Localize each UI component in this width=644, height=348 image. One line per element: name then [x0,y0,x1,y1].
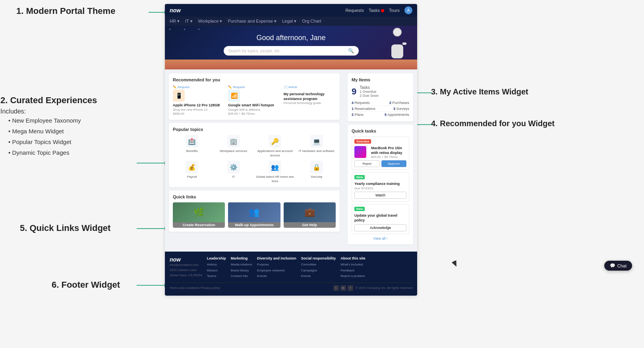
rec-item-3: 📄 Article My personal technology assista… [284,85,336,116]
quick-task-1: Overdue MacBook Pro 15in with retina dis… [352,137,409,170]
quick-task-3: New Update your global travel policy Ack… [352,204,409,234]
quick-links-widget: Quick links 🌿 Create Reservation 👥 Walk-… [169,190,340,232]
footer-col-about: About this site What's included Feedback… [340,256,366,279]
arrow-footer [137,285,165,286]
acknowledge-button[interactable]: Acknowledge [354,224,406,231]
popular-topics-title: Popular topics [173,127,336,132]
portal-left-col: Recommended for you ✏️ Request 📱 Apple i… [165,69,344,252]
my-items-row-3: 2 Plans 5 Appointments [352,112,409,117]
portal-footer: now info@acmetech.com 2323 Lawson Lane S… [165,252,417,295]
quick-links-title: Quick links [173,194,336,199]
watch-button[interactable]: Watch [354,192,406,199]
topic-global-hr: 👥 Global talent HR lorem two lines [256,161,294,183]
search-placeholder: Search for topics, people, etc. [228,49,281,53]
topic-benefits: 🏥 Benefits [173,135,211,158]
my-items-row-2: 1 Reservations 3 Surveys [352,106,409,112]
quick-link-walkup[interactable]: 👥 Walk-up Appointments [228,202,280,228]
bullet-list: • New Employee Taxonomy • Mega Menu Widg… [8,115,97,158]
view-all-link[interactable]: View all › [352,236,409,240]
hero-astronaut [385,28,409,60]
portal-screenshot: now Requests Tasks Tours A HR ▾ IT ▾ Wor… [165,4,417,296]
hero-greeting: Good afternoon, Jane [170,34,412,42]
astronaut-body [391,44,403,58]
portal-main: Recommended for you ✏️ Request 📱 Apple i… [165,69,417,252]
astronaut-head [393,28,402,37]
topic-security: 🔒 Security [298,161,336,183]
label-1: 1. Modern Portal Theme [16,6,115,16]
topic-it: ⚙️ IT [215,161,253,183]
arrow-1 [149,12,165,13]
approve-button[interactable]: Approve [381,160,407,167]
topic-applications: 🔑 Applications and account access [256,135,294,158]
quick-link-reservation[interactable]: 🌿 Create Reservation [173,202,225,228]
macbook-img [354,146,366,158]
chat-button[interactable]: 💬 Chat [604,261,632,271]
topics-grid: 🏥 Benefits 🏢 Workplace services 🔑 Applic… [173,135,336,183]
footer-col-marketing: Marketing Media relations Brand library … [231,256,252,279]
recommended-widget: Recommended for you ✏️ Request 📱 Apple i… [169,73,340,120]
recommended-title: Recommended for you [173,77,336,82]
rec-item-1: ✏️ Request 📱 Apple iPhone 12 Pro 128GB S… [173,85,225,116]
label-4: 4. Recommended for you Widget [431,119,555,128]
my-items-row-1: 4 Requests 2 Purchases [352,100,409,106]
topnav-right: Requests Tasks Tours A [345,6,412,14]
footer-col-social: Social responsibility Committee Campaign… [301,256,336,279]
cursor [453,261,458,268]
chat-icon: 💬 [610,263,615,268]
quick-tasks-widget: Quick tasks Overdue MacBook Pro 15in wit… [348,125,413,244]
reject-button[interactable]: Reject [354,160,380,167]
quick-links-grid: 🌿 Create Reservation 👥 Walk-up Appointme… [173,202,336,228]
search-icon: 🔍 [348,48,354,54]
portal-logo: now [170,7,181,13]
label-2: 2. Curated Experiences Includes: • New E… [0,95,97,158]
portal-hero: ✦ ✦ ✦ Good afternoon, Jane Search for to… [165,26,417,69]
hero-stars: ✦ ✦ ✦ [169,28,206,31]
twitter-icon: t [333,285,339,291]
my-items-main: 9 Tasks 1 Overdue 2 Due Soon [352,85,409,98]
portal-secnav: HR ▾ IT ▾ Workplace ▾ Purchase and Expen… [165,17,417,26]
facebook-icon: f [348,285,353,291]
footer-bottom: Terms and conditions Privacy policy t in… [170,283,412,291]
label-5: 5. Quick Links Widget [20,223,110,233]
quick-link-help[interactable]: 💼 Get Help [284,202,336,228]
arrow-popular [137,163,165,163]
footer-col-diversity: Diversity and inclusion Purpose Employee… [257,256,296,279]
linkedin-icon: in [340,285,346,291]
label-3: 3. My Active Items Widget [431,87,528,96]
topic-payroll: 💰 Payroll [173,161,211,183]
topic-hardware: 💻 IT hardware and software [298,135,336,158]
tasks-badge [381,9,384,12]
popular-topics-widget: Popular topics 🏥 Benefits 🏢 Workplace se… [169,123,340,187]
footer-col-leadership: Leadership History Mission Teams [207,256,226,279]
recommended-items: ✏️ Request 📱 Apple iPhone 12 Pro 128GB S… [173,85,336,116]
quick-task-2: New Yearly compliance training Due 07/23… [352,172,409,202]
label-6: 6. Footer Widget [52,280,120,290]
my-items-title: My Items [352,77,409,82]
arrow-quicklinks [137,228,165,229]
my-items-widget: My Items 9 Tasks 1 Overdue 2 Due Soon 4 … [348,73,413,121]
quick-tasks-title: Quick tasks [352,129,409,133]
portal-topnav: now Requests Tasks Tours A [165,4,417,17]
hero-landscape [165,60,417,69]
portal-right-col: My Items 9 Tasks 1 Overdue 2 Due Soon 4 … [344,69,417,252]
user-avatar: A [404,6,412,14]
rec-item-2: ✏️ Request 📶 Google smart WiFi hotspot G… [228,85,280,116]
portal-search-bar[interactable]: Search for topics, people, etc. 🔍 [224,46,359,56]
footer-top: now info@acmetech.com 2323 Lawson Lane S… [170,256,412,279]
social-icons: t in f [333,285,353,291]
topic-workplace: 🏢 Workplace services [215,135,253,158]
